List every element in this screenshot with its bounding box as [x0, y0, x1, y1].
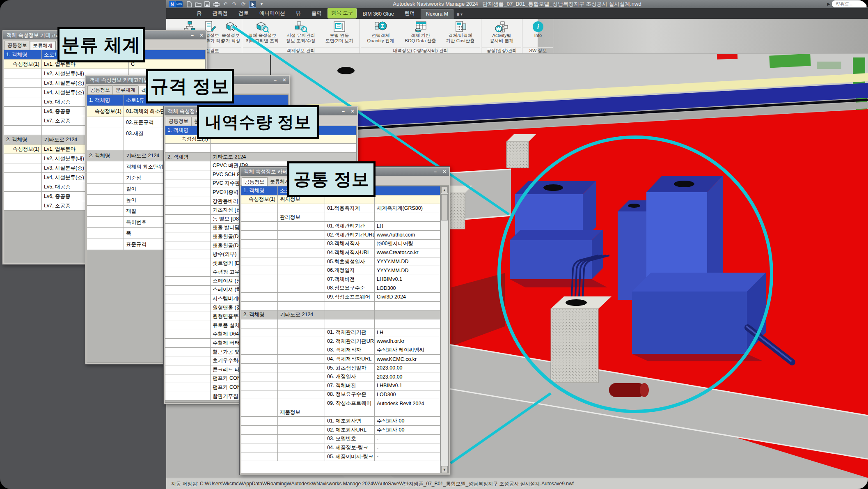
menu-tab[interactable]: 렌더 [400, 8, 420, 19]
table-row[interactable]: 07. 객체버전LHBIMv0.1 [241, 381, 440, 390]
table-row[interactable]: 05. 최초생성일자2023.00.00 [241, 364, 440, 373]
save-icon[interactable] [204, 1, 211, 7]
table-row[interactable]: 2. 객체명기타도로 2124 [165, 153, 356, 162]
select-cursor-icon[interactable] [249, 1, 256, 7]
menu-tab[interactable]: 항목 도구 [328, 8, 357, 18]
table-row[interactable]: 06. 개정일자2023.00.00 [241, 372, 440, 381]
cell [87, 128, 124, 139]
cell [278, 319, 325, 328]
caret-down-icon[interactable]: ▼ [258, 1, 265, 7]
table-row[interactable]: 제품정보 [241, 408, 440, 417]
table-row[interactable]: 05. 제품이미지-링크- [241, 452, 440, 461]
minimize-icon[interactable]: – [191, 31, 194, 39]
tab-0[interactable]: 공통정보 [166, 117, 191, 126]
ribbon-button[interactable]: ₩ Activity별 공사비 분개 [482, 19, 521, 47]
menu-tab[interactable]: Nexura M [421, 9, 453, 19]
cell: www.lh.or.kr [375, 337, 440, 346]
table-row[interactable]: 02. 제조회사URL주식회사 00 [241, 426, 440, 435]
cell [278, 426, 325, 434]
table-row[interactable]: 06.개정일자YYYY.MM.DD [241, 266, 440, 275]
cell [241, 337, 278, 346]
menu-tab[interactable]: 출력 [307, 8, 327, 19]
search-expand-icon[interactable]: ▶ [827, 2, 830, 6]
ribbon-button[interactable]: Σ 선택객체 Quantity 집계 [361, 19, 401, 47]
table-row[interactable] [165, 144, 356, 153]
ribbon-options-icon[interactable]: ◙ ▾ [454, 10, 465, 19]
new-document-icon[interactable] [186, 1, 192, 7]
cell: 속성정보(1) [4, 145, 42, 154]
cell: 03. 객체저작자 [325, 346, 375, 355]
ribbon-button[interactable]: 시설 유지관리 정보 조회/수정 [282, 19, 320, 47]
table-row[interactable]: 2. 객체명기타도로 2124 [241, 310, 440, 319]
table-row[interactable]: 03. 모델번호- [241, 435, 440, 444]
ribbon-button[interactable]: 객체 기반 BOQ Data 산출 [401, 19, 440, 47]
table-row[interactable]: 08. 정보요구수준LOD300 [241, 390, 440, 399]
menu-tab[interactable]: 관측점 [208, 8, 233, 19]
minimize-icon[interactable]: – [274, 76, 277, 84]
open-folder-icon[interactable] [195, 1, 202, 7]
tab-1[interactable]: 분류체계 [113, 85, 138, 95]
keyword-search-input[interactable]: 키워드 ... [832, 0, 866, 7]
close-icon[interactable]: ✕ [442, 168, 447, 176]
minimize-icon[interactable]: – [342, 107, 345, 115]
cell [241, 355, 278, 363]
table-row[interactable]: 05.최초생성일자YYYY.MM.DD [241, 257, 440, 266]
table-row[interactable]: 02. 객체관리기관URLwww.lh.or.kr [241, 337, 440, 346]
tab-0[interactable]: 공통정보 [87, 85, 113, 95]
table-row[interactable]: 01.객체관리기관LH [241, 222, 440, 231]
cell: LHBIMv0.1 [375, 381, 440, 390]
table-row[interactable]: 관리정보 [241, 213, 440, 222]
ribbon-button[interactable]: i Info [523, 19, 553, 47]
scrollbar-thumb[interactable] [441, 194, 448, 220]
tab-1[interactable]: 분류체계 [30, 41, 55, 51]
refresh-icon[interactable]: ⟳ [240, 1, 247, 7]
menu-tab[interactable]: 홈 [192, 8, 207, 19]
scroll-up-icon[interactable]: ▲ [441, 186, 448, 193]
ribbon-button[interactable]: 속성정보 추가 작성 [220, 19, 241, 47]
tab-0[interactable]: 공통정보 [242, 177, 267, 187]
screenshot-root: NMAN ↶↷⟳▼ Autodesk Navisworks Manage 202… [0, 0, 868, 489]
close-icon[interactable]: ✕ [282, 76, 286, 84]
navisworks-logo-icon[interactable]: NMAN [169, 1, 183, 7]
ribbon-button[interactable]: 모델 연동 도면(2D) 보기 [320, 19, 359, 47]
table-row[interactable]: 07.객체버전LHBIMv0.1 [241, 275, 440, 284]
window-title: Autodesk Navisworks Manage 2024 단지샘플_07_… [166, 0, 868, 8]
ribbon-button[interactable]: 객체 속성정보 카테고리별 조회 [243, 19, 282, 47]
table-row[interactable]: 02.객체관리기관URLwww.Author.com [241, 231, 440, 240]
table-row[interactable]: 04. 제품정보-링크- [241, 443, 440, 452]
ribbon-group: Σ 선택객체 Quantity 집계 객체 기반 BOQ Data 산출 객체/… [360, 19, 481, 53]
menu-tab[interactable]: 뷰 [291, 8, 306, 19]
table-row[interactable]: 09.작성소프트웨어Civil3D 2024 [241, 293, 440, 302]
close-icon[interactable]: ✕ [350, 107, 355, 115]
ribbon-button[interactable]: 객체/비객체 기반 Cost산출 [440, 19, 480, 47]
scroll-down-icon[interactable]: ▼ [441, 466, 448, 473]
cell [241, 319, 278, 328]
table-row[interactable] [241, 302, 440, 311]
callout-label: 공통 정보 [287, 161, 376, 197]
cell [4, 78, 42, 87]
table-row[interactable]: 09. 작성소프트웨어Autodesk Revit 2024 [241, 399, 440, 408]
close-icon[interactable]: ✕ [199, 31, 204, 39]
redo-icon[interactable]: ↷ [231, 1, 238, 7]
tab-0[interactable]: 공통정보 [5, 41, 30, 50]
cell: 09. 작성소프트웨어 [325, 399, 375, 408]
table-row[interactable]: 01. 제조회사명주식회사 00 [241, 417, 440, 426]
table-row[interactable]: 01.적용측지계세계측지계(GRS80) [241, 204, 440, 213]
minimize-icon[interactable]: – [434, 168, 437, 176]
ribbon-group: i Info SW 정보 [522, 19, 554, 53]
print-icon[interactable] [213, 1, 220, 7]
table-row[interactable]: 08.정보요구수준LOD300 [241, 284, 440, 293]
menu-tab[interactable]: 애니메이션 [254, 8, 290, 19]
table-row[interactable]: 04. 객체저작자URLwww.KCMC.co.kr [241, 355, 440, 364]
menu-tab[interactable]: 검토 [234, 8, 254, 19]
vertical-scrollbar[interactable]: ▲ ▼ [440, 186, 448, 473]
undo-icon[interactable]: ↶ [222, 1, 229, 7]
table-row[interactable]: 03.객체저작자㈜00엔지니어링 [241, 240, 440, 249]
table-row[interactable]: 04.객체저작자URLwww.Creator.co.kr [241, 248, 440, 257]
table-row[interactable]: 01. 객체관리기관LH [241, 328, 440, 337]
cell [241, 435, 278, 443]
table-row[interactable] [241, 319, 440, 328]
menu-tab[interactable]: BIM 360 Glue [357, 9, 399, 19]
table-row[interactable]: 03. 객체저작자주식회사 케이씨엠씨 [241, 346, 440, 355]
cell [87, 206, 124, 216]
